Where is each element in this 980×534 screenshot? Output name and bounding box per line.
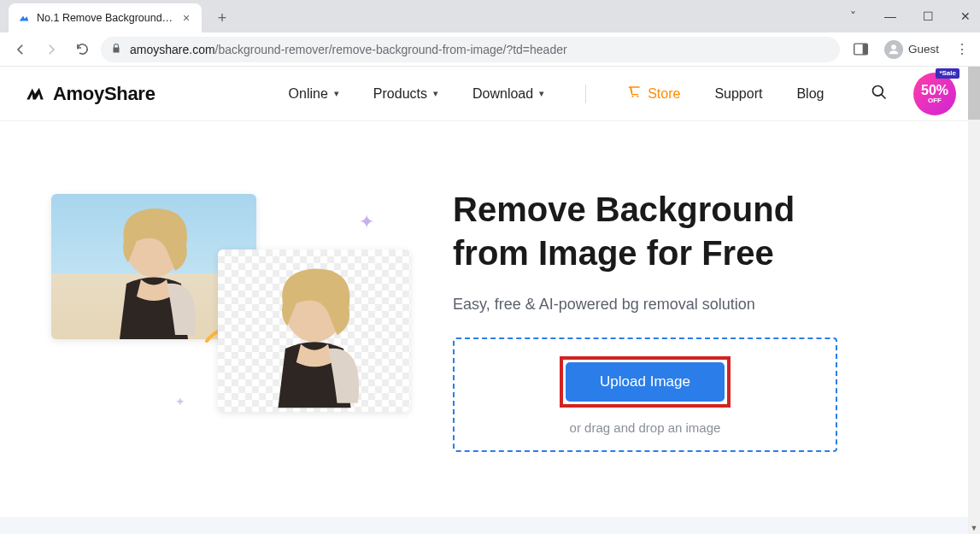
upload-button[interactable]: Upload Image [566,362,725,402]
brand-text: AmoyShare [53,83,156,105]
person-illustration [242,254,387,412]
sale-badge[interactable]: *Sale 50% OFF [913,73,956,115]
url-text: amoyshare.com/background-remover/remove-… [130,43,567,56]
reload-button[interactable] [70,38,94,62]
nav-products[interactable]: Products ▾ [373,86,438,102]
close-tab-icon[interactable]: × [179,11,193,25]
browser-tab-strip: No.1 Remove Background from I × + ˅ — ☐ … [0,0,980,67]
search-icon[interactable] [871,84,888,104]
nav-store[interactable]: Store [627,85,680,103]
profile-button[interactable]: Guest [879,38,944,61]
minimize-icon[interactable]: — [881,9,900,23]
brand-icon [24,85,46,103]
forward-button[interactable] [39,38,63,62]
transparent-result-image [218,249,410,412]
upload-dropzone[interactable]: Upload Image or drag and drop an image [453,337,837,452]
chevron-down-icon: ▾ [433,88,438,99]
nav-divider [585,85,586,103]
nav-download[interactable]: Download ▾ [472,86,544,102]
vertical-scrollbar[interactable]: ▼ [968,67,980,534]
avatar-icon [884,40,903,59]
lock-icon [111,43,121,56]
svg-rect-1 [863,44,868,55]
footer-strip [0,517,969,534]
hero-section: ✦ ✦ Remove Backg [0,121,980,478]
browser-tab[interactable]: No.1 Remove Background from I × [9,3,202,32]
person-illustration [85,198,222,339]
brand-logo[interactable]: AmoyShare [24,83,156,105]
address-bar: amoyshare.com/background-remover/remove-… [0,32,980,67]
sale-percent: 50% [921,84,948,97]
maximize-icon[interactable]: ☐ [918,9,937,23]
chevron-down-icon: ▾ [539,88,544,99]
favicon-icon [17,11,31,25]
scroll-thumb[interactable] [968,67,980,120]
hero-subtitle: Easy, free & AI-powered bg removal solut… [453,296,929,314]
profile-label: Guest [908,43,939,56]
hero-illustration: ✦ ✦ [51,173,410,420]
sale-off: OFF [928,97,942,104]
sparkle-icon: ✦ [359,211,374,233]
nav-online[interactable]: Online ▾ [289,86,339,102]
cart-icon [627,85,642,103]
window-controls: ˅ — ☐ ✕ [843,0,975,32]
back-button[interactable] [9,38,32,62]
upload-highlight: Upload Image [560,356,731,408]
sale-tag: *Sale [936,68,959,79]
chevron-down-icon: ▾ [334,88,339,99]
url-input[interactable]: amoyshare.com/background-remover/remove-… [101,37,840,62]
chevron-down-icon[interactable]: ˅ [843,9,862,23]
sparkle-icon: ✦ [175,395,185,408]
menu-icon[interactable]: ⋮ [953,40,971,59]
main-nav: Online ▾ Products ▾ Download ▾ Store Sup… [289,85,824,103]
svg-point-2 [873,85,883,96]
nav-blog[interactable]: Blog [796,86,824,102]
tab-title: No.1 Remove Background from I [37,12,173,24]
nav-support[interactable]: Support [714,86,762,102]
site-header: AmoyShare Online ▾ Products ▾ Download ▾… [0,67,980,121]
hero-copy: Remove Background from Image for Free Ea… [453,173,929,452]
hero-title: Remove Background from Image for Free [453,188,929,275]
close-window-icon[interactable]: ✕ [956,9,975,23]
new-tab-button[interactable]: + [210,6,234,30]
scroll-down-icon[interactable]: ▼ [968,522,980,534]
drop-hint: or drag and drop an image [472,420,819,435]
side-panel-icon[interactable] [852,40,871,59]
